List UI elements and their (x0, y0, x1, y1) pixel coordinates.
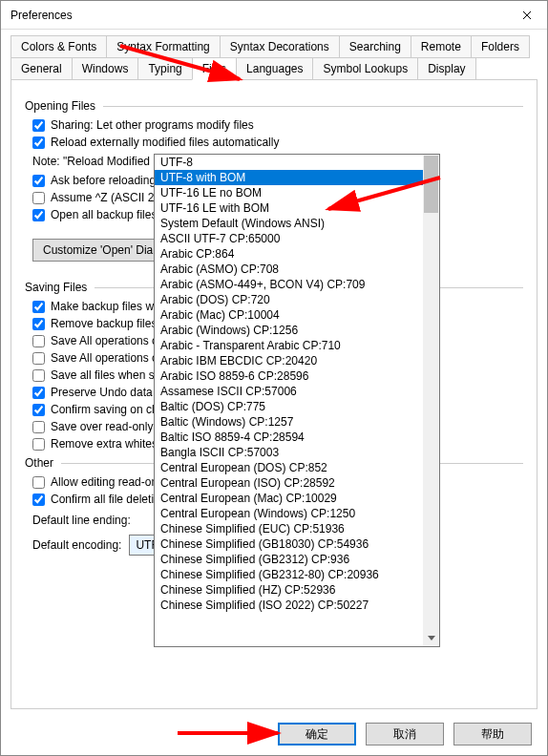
cancel-button[interactable]: 取消 (366, 723, 444, 746)
dropdown-item[interactable]: Arabic (Windows) CP:1256 (155, 323, 439, 338)
dropdown-item[interactable]: Bangla ISCII CP:57003 (155, 445, 439, 460)
tab-typing[interactable]: Typing (137, 57, 192, 80)
dropdown-item[interactable]: Arabic CP:864 (155, 246, 439, 262)
dropdown-item[interactable]: Chinese Simplified (HZ) CP:52936 (155, 582, 439, 598)
sharing-checkbox[interactable] (32, 119, 45, 132)
tab-display[interactable]: Display (417, 57, 475, 80)
group-other-label: Other (25, 456, 53, 470)
tab-syntax-decorations[interactable]: Syntax Decorations (220, 35, 340, 58)
dropdown-item[interactable]: Central European (Windows) CP:1250 (155, 506, 439, 521)
confirm-save-checkbox[interactable] (32, 404, 45, 416)
dropdown-item[interactable]: Assamese ISCII CP:57006 (155, 384, 439, 399)
dropdown-item[interactable]: UTF-16 LE with BOM (155, 200, 439, 216)
dropdown-item[interactable]: UTF-8 (155, 155, 439, 170)
removewhite-checkbox[interactable] (32, 438, 45, 451)
dialog-buttons: 确定 取消 帮助 (278, 723, 532, 746)
savewhen-checkbox[interactable] (32, 369, 45, 382)
dropdown-item[interactable]: Central European (ISO) CP:28592 (155, 475, 439, 491)
dropdown-item[interactable]: Arabic (ASMO-449+, BCON V4) CP:709 (155, 277, 439, 292)
preserve-checkbox[interactable] (32, 387, 45, 399)
encoding-dropdown[interactable]: UTF-8UTF-8 with BOMUTF-16 LE no BOMUTF-1… (154, 154, 440, 647)
dropdown-item[interactable]: Arabic ISO 8859-6 CP:28596 (155, 368, 439, 384)
dropdown-item[interactable]: Chinese Simplified (GB2312-80) CP:20936 (155, 567, 439, 582)
dropdown-item[interactable]: Central European (Mac) CP:10029 (155, 491, 439, 506)
dropdown-item[interactable]: System Default (Windows ANSI) (155, 216, 439, 231)
encoding-label: Default encoding: (32, 538, 121, 552)
dropdown-item[interactable]: Chinese Simplified (GB2312) CP:936 (155, 552, 439, 567)
group-opening-files: Opening Files (25, 99, 523, 113)
group-opening-label: Opening Files (25, 99, 95, 113)
tab-colors-fonts[interactable]: Colors & Fonts (11, 35, 107, 58)
dropdown-item[interactable]: Arabic (ASMO) CP:708 (155, 262, 439, 277)
tab-languages[interactable]: Languages (236, 57, 313, 80)
dropdown-item[interactable]: UTF-8 with BOM (155, 170, 439, 185)
ok-button[interactable]: 确定 (278, 723, 356, 746)
removebackup-checkbox[interactable] (32, 318, 45, 330)
readonly-checkbox[interactable] (32, 421, 45, 433)
dropdown-item[interactable]: Arabic (Mac) CP:10004 (155, 307, 439, 323)
dropdown-item[interactable]: Chinese Simplified (GB18030) CP:54936 (155, 536, 439, 552)
tab-general[interactable]: General (11, 57, 73, 80)
dropdown-item[interactable]: Arabic (DOS) CP:720 (155, 292, 439, 307)
tab-syntax-formatting[interactable]: Syntax Formatting (106, 35, 220, 58)
ask-checkbox[interactable] (32, 175, 45, 187)
reload-checkbox[interactable] (32, 136, 45, 149)
scroll-down-icon[interactable] (423, 630, 439, 646)
tab-windows[interactable]: Windows (72, 57, 139, 80)
allowedit-checkbox[interactable] (32, 476, 45, 489)
dropdown-item[interactable]: Arabic - Transparent Arabic CP:710 (155, 338, 439, 353)
sharing-label: Sharing: Let other programs modify files (51, 118, 254, 132)
dropdown-item[interactable]: Chinese Simplified (ISO 2022) CP:50227 (155, 598, 439, 613)
dropdown-list: UTF-8UTF-8 with BOMUTF-16 LE no BOMUTF-1… (155, 155, 439, 646)
help-button[interactable]: 帮助 (453, 723, 532, 746)
tab-remote[interactable]: Remote (411, 35, 472, 58)
close-button[interactable] (507, 1, 547, 29)
dropdown-item[interactable]: Baltic ISO 8859-4 CP:28594 (155, 430, 439, 445)
dropdown-item[interactable]: Baltic (Windows) CP:1257 (155, 414, 439, 430)
close-icon (522, 10, 532, 20)
annotation-arrow-icon (173, 722, 287, 746)
makebackup-checkbox[interactable] (32, 301, 45, 313)
confirmdel-label: Confirm all file deletion (51, 493, 166, 506)
scroll-thumb[interactable] (424, 156, 438, 213)
dropdown-item[interactable]: Baltic (DOS) CP:775 (155, 399, 439, 414)
dropdown-item[interactable]: Arabic IBM EBCDIC CP:20420 (155, 353, 439, 368)
tab-files[interactable]: Files (192, 57, 237, 80)
tab-folders[interactable]: Folders (471, 35, 530, 58)
dropdown-item[interactable]: UTF-16 LE no BOM (155, 185, 439, 200)
assume-checkbox[interactable] (32, 192, 45, 204)
openall-checkbox[interactable] (32, 209, 45, 221)
tab-row-2: General Windows Typing Files Languages S… (11, 57, 537, 79)
saveall-deactnp-checkbox[interactable] (32, 352, 45, 365)
saveall-deact-checkbox[interactable] (32, 335, 45, 347)
title-text: Preferences (11, 9, 73, 22)
dropdown-item[interactable]: Chinese Simplified (EUC) CP:51936 (155, 521, 439, 536)
dropdown-scrollbar[interactable] (423, 155, 439, 646)
dropdown-item[interactable]: Central European (DOS) CP:852 (155, 460, 439, 475)
dropdown-item[interactable]: ASCII UTF-7 CP:65000 (155, 231, 439, 246)
lineending-label: Default line ending: (32, 514, 131, 527)
tab-symbol-lookups[interactable]: Symbol Lookups (312, 57, 418, 80)
group-saving-label: Saving Files (25, 281, 87, 294)
reload-label: Reload externally modified files automat… (51, 136, 279, 149)
tab-row-1: Colors & Fonts Syntax Formatting Syntax … (11, 35, 537, 57)
titlebar: Preferences (1, 1, 547, 30)
confirmdel-checkbox[interactable] (32, 494, 45, 506)
tab-searching[interactable]: Searching (339, 35, 411, 58)
